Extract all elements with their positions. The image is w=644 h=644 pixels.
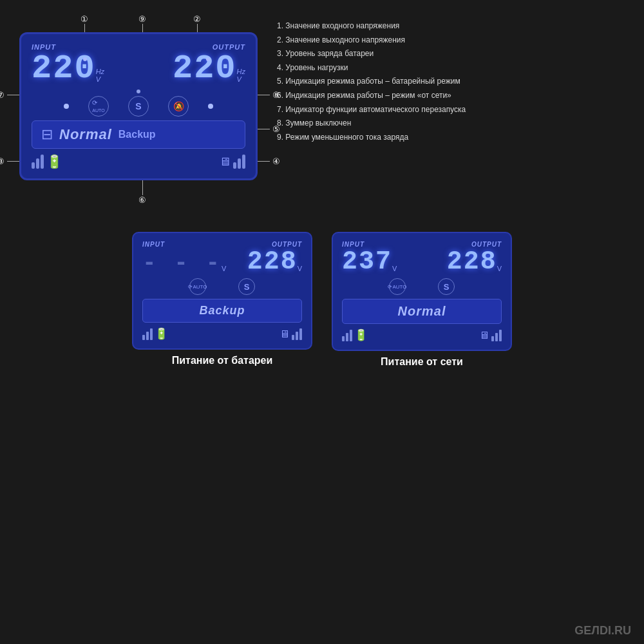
grid-output-voltage: 228 [447,249,497,275]
grid-input-voltage: 237 [342,249,392,275]
legend-item-8: 8. Зуммер выключен [277,117,625,131]
battery-input-group: - - - V [142,252,226,275]
top-section: ① ⑨ ② ⑦ ⑧ ⑤ ③ [0,0,644,187]
status-normal-text: Normal [59,126,112,143]
battery-input-v: V [222,265,226,272]
auto-icon: ⟳AUTO [88,96,109,117]
grid-indicator-row: ⟳AUTO S [342,278,502,295]
status-battery-icon: ⊟ [41,126,53,143]
bottom-row: 🔋 🖥 [32,154,245,169]
input-unit: Hz V [96,68,104,83]
grid-battery-icon: 🔋 [354,328,368,342]
battery-caption: Питание от батареи [172,355,273,366]
main-display-container: ① ⑨ ② ⑦ ⑧ ⑤ ③ [19,32,258,180]
battery-backup-text: Backup [199,304,245,317]
grid-bottom-left: 🔋 [342,328,368,342]
bottom-section: INPUT OUTPUT - - - V 228 V ⟳AUTO [0,225,644,368]
output-voltage: 220 [173,52,237,86]
grid-output-group: 228 V [447,249,502,275]
load-signal-bars [233,155,245,169]
monitor-icon: 🖥 [219,155,231,169]
status-backup-text: Backup [118,129,156,140]
mute-icon: 🔕 [168,96,189,117]
legend-item-3: 3. Уровень заряда батареи [277,47,625,61]
grid-monitor-icon: 🖥 [479,330,489,341]
center-dot-row [32,90,245,93]
s-icon: S [128,96,149,117]
battery-bottom-right: 🖥 [279,328,302,340]
legend: 1. Значение входного напряжения 2. Значе… [270,13,625,180]
right-indicator-dot [208,104,213,109]
grid-auto-icon: ⟳AUTO [389,278,406,295]
battery-bottom-row: 🔋 🖥 [142,327,302,341]
input-voltage-group: 220 Hz V [32,52,104,86]
indicator-row: ⟳AUTO S 🔕 [32,96,245,117]
battery-input-dashes: - - - [142,252,222,275]
legend-item-5: 5. Индикация режима работы – батарейный … [277,75,625,89]
battery-output-group: 228 V [247,249,302,275]
battery-s-icon: S [238,278,255,295]
legend-item-7: 7. Индикатор функции автоматического пер… [277,103,625,117]
grid-panel-wrapper: INPUT OUTPUT 237 V 228 V ⟳AUTO [332,232,512,368]
grid-panel: INPUT OUTPUT 237 V 228 V ⟳AUTO [332,232,512,351]
battery-icon-sm: 🔋 [155,327,168,341]
grid-voltage-row: 237 V 228 V [342,249,502,275]
battery-output-v: V [298,265,302,272]
voltage-row: 220 Hz V 220 Hz V [32,52,245,86]
watermark: GЕЛDI.RU [574,624,631,638]
annotation-6: ⑥ [138,177,146,205]
grid-bottom-row: 🔋 🖥 [342,328,502,342]
input-dot [83,57,87,61]
battery-icon: 🔋 [46,154,62,169]
left-indicator-dot [64,104,69,109]
battery-indicator-row: ⟳AUTO S [142,278,302,295]
grid-normal-text: Normal [398,304,446,319]
battery-auto-icon: ⟳AUTO [189,278,206,295]
grid-bottom-right: 🖥 [479,330,502,341]
main-ups-panel: INPUT OUTPUT 220 Hz V 220 [19,32,258,180]
grid-input-group: 237 V [342,249,397,275]
legend-item-6: 6. Индикация режима работы – режим «от с… [277,89,625,103]
output-dot [206,57,210,61]
grid-output-v: V [497,265,502,272]
battery-panel: INPUT OUTPUT - - - V 228 V ⟳AUTO [132,232,312,350]
battery-panel-wrapper: INPUT OUTPUT - - - V 228 V ⟳AUTO [132,232,312,368]
battery-level-group: 🔋 [32,154,62,169]
battery-input-label: INPUT [142,241,165,248]
output-unit: Hz V [237,68,245,83]
legend-item-9: 9. Режим уменьшенного тока заряда [277,131,625,145]
battery-status-bar: Backup [142,299,302,323]
legend-item-4: 4. Уровень нагрузки [277,61,625,75]
legend-item-2: 2. Значение выходного напряжения [277,33,625,48]
battery-voltage-row: - - - V 228 V [142,249,302,275]
battery-bottom-left: 🔋 [142,327,168,341]
center-dot [137,90,140,93]
legend-item-1: 1. Значение входного напряжения [277,19,625,33]
status-bar: ⊟ Normal Backup [32,120,245,149]
grid-status-bar: Normal [342,299,502,324]
monitor-icon-sm: 🖥 [279,328,290,340]
grid-input-v: V [392,265,397,272]
grid-caption: Питание от сети [381,356,463,368]
load-level-group: 🖥 [219,155,245,169]
battery-output-voltage: 228 [247,249,298,275]
battery-signal-bars [32,155,44,169]
grid-s-icon: S [438,278,455,295]
